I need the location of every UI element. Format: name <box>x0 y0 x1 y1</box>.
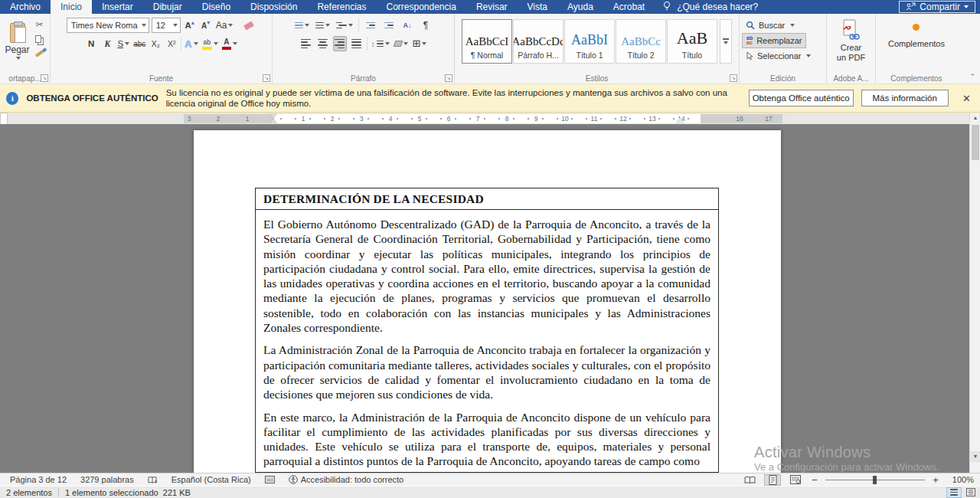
hanging-indent-marker[interactable] <box>270 119 277 123</box>
tell-me-search[interactable]: ¿Qué desea hacer? <box>655 0 766 14</box>
align-right-button[interactable] <box>333 36 347 51</box>
style-card[interactable]: AaB Título <box>667 19 717 64</box>
word-count[interactable]: 3279 palabras <box>74 475 141 484</box>
font-dialog-launcher[interactable]: ↘ <box>263 74 270 82</box>
zoom-in-button[interactable]: + <box>931 474 940 486</box>
align-left-button[interactable] <box>299 36 313 51</box>
icons-view-button[interactable] <box>963 487 978 498</box>
zoom-level[interactable]: 100% <box>946 475 974 484</box>
get-genuine-office-button[interactable]: Obtenga Office auténtico <box>749 90 854 106</box>
web-layout-button[interactable] <box>787 474 804 486</box>
ribbon-tab[interactable]: Correspondencia <box>376 0 466 14</box>
decrease-indent-button[interactable] <box>364 18 377 33</box>
line-spacing-button[interactable]: ↕ <box>371 36 390 51</box>
find-button[interactable]: Buscar <box>742 18 799 33</box>
document-canvas[interactable]: DETERMINACIÓN DE LA NECESIDAD El Gobiern… <box>0 124 980 473</box>
ribbon-tab[interactable]: Diseño <box>192 0 240 14</box>
ribbon-tab[interactable]: Vista <box>518 0 557 14</box>
accessibility-status[interactable]: Accesibilidad: todo correcto <box>282 475 411 484</box>
document-page[interactable]: DETERMINACIÓN DE LA NECESIDAD El Gobiern… <box>194 130 781 473</box>
addins-button[interactable]: Complementos <box>882 16 951 49</box>
style-card[interactable]: AaBbI Título 1 <box>564 19 615 64</box>
text-effects-button[interactable]: A <box>184 36 198 51</box>
macro-recorder[interactable] <box>258 476 282 483</box>
ribbon-tab[interactable]: Referencias <box>307 0 376 14</box>
ribbon-tab[interactable]: Insertar <box>92 0 143 14</box>
shading-button[interactable] <box>394 36 409 51</box>
language-indicator[interactable]: Español (Costa Rica) <box>165 475 258 484</box>
ribbon-tab[interactable]: Ayuda <box>557 0 603 14</box>
select-button[interactable]: Seleccionar <box>742 48 815 64</box>
paste-button[interactable]: Pegar <box>3 16 32 64</box>
horizontal-ruler[interactable]: 321 1234567891011121314 1617 <box>0 113 980 124</box>
font-color-button[interactable]: A <box>221 36 238 51</box>
font-size-select[interactable]: 12 <box>152 18 181 33</box>
ribbon-tab[interactable]: Acrobat <box>603 0 655 14</box>
zoom-slider[interactable] <box>825 480 925 480</box>
underline-button[interactable]: S <box>116 36 130 51</box>
ribbon-tab[interactable]: Disposición <box>240 0 307 14</box>
style-card[interactable]: AaBbCcDc Párrafo H... <box>513 19 564 64</box>
borders-button[interactable]: ⊞ <box>412 36 428 51</box>
more-info-button[interactable]: Más información <box>861 90 949 106</box>
ribbon-tab[interactable]: Archivo <box>0 0 51 14</box>
proofing-status[interactable] <box>141 476 165 484</box>
styles-dialog-launcher[interactable]: ↘ <box>730 74 737 82</box>
scrollbar-thumb[interactable] <box>972 125 979 160</box>
find-label: Buscar <box>759 21 785 30</box>
collapse-ribbon-button[interactable]: ⌃ <box>969 73 975 80</box>
sort-button[interactable]: A↓ <box>400 18 414 33</box>
vertical-scrollbar[interactable]: ▲ ▼ <box>969 113 980 473</box>
increase-indent-button[interactable] <box>382 18 396 33</box>
cut-button[interactable]: ✂ <box>32 18 47 31</box>
superscript-button[interactable]: X² <box>165 36 178 51</box>
document-paragraph[interactable]: En este marco, la Administración de la P… <box>263 410 710 469</box>
document-body-cell[interactable]: El Gobierno Autónomo Descentralizado (GA… <box>255 210 719 473</box>
numbering-button[interactable] <box>315 18 331 33</box>
style-card[interactable]: AaBbCc Título 2 <box>616 19 666 64</box>
font-family-select[interactable]: Times New Roma <box>67 18 149 33</box>
page-indicator[interactable]: Página 3 de 12 <box>3 475 74 484</box>
indent-markers[interactable] <box>270 113 277 123</box>
shrink-font-button[interactable]: A▾ <box>199 18 213 33</box>
clipboard-dialog-launcher[interactable]: ↘ <box>41 74 48 82</box>
first-line-indent-marker[interactable] <box>270 113 277 118</box>
ribbon-tab[interactable]: Dibujar <box>143 0 192 14</box>
document-paragraph[interactable]: La Administración Zonal de la Parroquia … <box>263 342 710 401</box>
style-card[interactable]: AaBbCcI ¶ Normal <box>462 19 512 64</box>
clear-formatting-button[interactable] <box>242 18 256 33</box>
addins-group: Complementos Complementos <box>876 14 957 84</box>
create-pdf-button[interactable]: Crearun PDF <box>831 16 871 63</box>
scroll-up-icon[interactable]: ▲ <box>970 113 980 123</box>
bold-button[interactable]: N <box>84 36 98 51</box>
scroll-down-icon[interactable]: ▼ <box>970 451 980 462</box>
change-case-button[interactable]: Aa <box>215 18 234 33</box>
replace-button[interactable]: abac Reemplazar <box>742 33 806 48</box>
zoom-slider-handle[interactable] <box>873 476 877 484</box>
document-paragraph[interactable]: El Gobierno Autónomo Descentralizado (GA… <box>263 217 710 335</box>
subscript-button[interactable]: X₂ <box>149 36 162 51</box>
ribbon-tab[interactable]: Revisar <box>466 0 518 14</box>
paragraph-dialog-launcher[interactable]: ↘ <box>445 74 452 82</box>
italic-button[interactable]: K <box>100 36 114 51</box>
format-painter-button[interactable] <box>32 47 47 61</box>
share-button[interactable]: Compartir <box>899 1 975 13</box>
close-banner-icon[interactable]: ✕ <box>959 93 974 104</box>
zoom-out-button[interactable]: − <box>810 474 819 486</box>
more-styles-button[interactable] <box>720 19 732 64</box>
highlight-button[interactable]: ab <box>201 36 219 51</box>
show-marks-button[interactable]: ¶ <box>419 18 433 33</box>
multilevel-list-button[interactable] <box>335 18 354 33</box>
grow-font-button[interactable]: A▴ <box>183 18 197 33</box>
details-view-button[interactable] <box>946 487 962 498</box>
read-mode-button[interactable] <box>741 474 758 486</box>
document-title-cell[interactable]: DETERMINACIÓN DE LA NECESIDAD <box>255 188 719 210</box>
bullets-button[interactable] <box>294 18 310 33</box>
strikethrough-button[interactable]: abc <box>132 36 146 51</box>
copy-button[interactable] <box>32 32 47 46</box>
justify-button[interactable] <box>350 36 364 51</box>
align-center-button[interactable] <box>316 36 330 51</box>
right-indent-marker[interactable] <box>676 118 684 123</box>
print-layout-button[interactable] <box>764 474 781 486</box>
ribbon-tab[interactable]: Inicio <box>51 0 92 14</box>
